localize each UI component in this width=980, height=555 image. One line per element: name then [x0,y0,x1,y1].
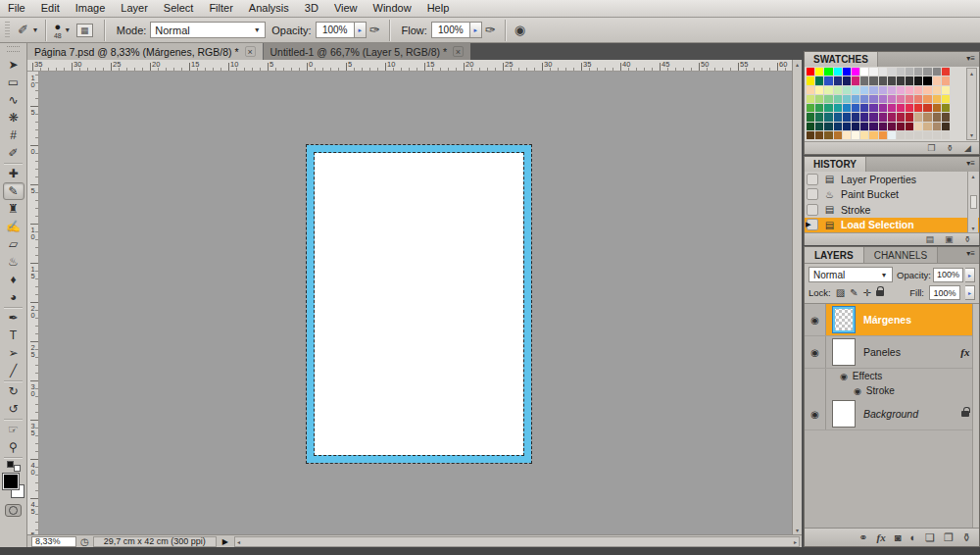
layer-row-background[interactable]: ◉Background [805,398,979,430]
color-swatch[interactable] [869,113,877,121]
color-swatch[interactable] [933,123,941,130]
color-swatch[interactable] [923,86,931,94]
color-swatch[interactable] [897,104,905,112]
color-swatch[interactable] [879,86,887,94]
color-swatch[interactable] [860,68,868,76]
new-snapshot-button[interactable]: ▣ [945,234,954,244]
color-swatch[interactable] [834,86,842,94]
color-swatch[interactable] [888,86,896,94]
color-swatch[interactable] [852,123,859,130]
quick-mask-button[interactable] [5,504,22,517]
history-scrollbar[interactable]: ▴ ▾ [967,172,978,232]
status-menu-icon[interactable]: ▶ [220,537,230,546]
tablet-pressure-opacity-icon[interactable]: ✑ [367,23,383,37]
color-swatch[interactable] [879,95,887,103]
color-swatch[interactable] [815,76,823,84]
color-swatch[interactable] [923,123,931,130]
color-swatch[interactable] [879,123,887,130]
color-swatch[interactable] [860,131,868,139]
panel-menu-icon[interactable]: ▾≡ [966,249,975,258]
color-swatch[interactable] [933,104,941,112]
history-source-checkbox[interactable] [807,188,818,200]
color-swatch[interactable] [815,131,823,139]
horizontal-scrollbar[interactable]: ◂ ▸ [234,536,800,547]
color-swatch[interactable] [897,95,905,103]
menu-edit[interactable]: Edit [33,0,68,17]
color-swatch[interactable] [843,131,851,139]
new-layer-button[interactable]: ❐ [944,531,954,544]
canvas-viewport[interactable] [39,72,792,534]
scroll-down-icon[interactable]: ▾ [970,131,973,138]
tool-3d-orbit[interactable]: ↺ [3,400,24,418]
tool-lasso[interactable]: ∿ [3,91,24,109]
color-swatch[interactable] [906,113,913,121]
visibility-eye-icon[interactable]: ◉ [805,304,826,335]
toggle-brushes-panel-button[interactable]: ▦ [76,24,93,37]
tool-dodge[interactable]: ◕ [3,288,24,306]
color-swatch[interactable] [807,123,814,130]
history-item[interactable]: ▤Stroke [805,202,979,218]
swatches-scrollbar[interactable]: ▴ ▾ [966,68,977,140]
color-swatch[interactable] [933,113,941,121]
color-swatch[interactable] [906,95,913,103]
default-colors-widget[interactable] [6,461,22,472]
adjustment-layer-button[interactable]: ◐ [909,531,916,543]
color-swatch[interactable] [843,95,851,103]
scroll-down-icon[interactable]: ▾ [796,527,799,533]
color-swatch[interactable] [843,113,851,121]
color-swatch[interactable] [807,131,814,139]
color-swatch[interactable] [914,95,922,103]
link-layers-button[interactable]: ⚭ [858,531,867,544]
color-swatch[interactable] [869,68,877,76]
color-swatch[interactable] [942,104,950,112]
color-swatch[interactable] [906,123,913,130]
tool-crop[interactable]: # [3,126,24,144]
history-item[interactable]: ▤Layer Properties [805,172,979,187]
color-swatch[interactable] [869,131,877,139]
color-swatch[interactable] [824,76,832,84]
color-swatch[interactable] [852,131,859,139]
history-item[interactable]: ▶▤Load Selection [805,218,979,233]
color-swatch[interactable] [815,68,823,76]
color-swatch[interactable] [942,68,950,76]
scrollbar-thumb[interactable] [970,195,977,209]
layer-row-márgenes[interactable]: ◉Márgenes [805,304,979,336]
new-swatch-button[interactable]: ❐ [927,143,935,153]
scroll-left-icon[interactable]: ◂ [237,538,240,545]
color-swatch[interactable] [933,95,941,103]
effect-row-stroke[interactable]: ◉Stroke [805,383,979,398]
layer-fx-badge[interactable]: fx [960,346,972,358]
airbrush-icon[interactable]: ◉ [512,23,528,37]
lock-position-icon[interactable]: ✛ [863,287,871,298]
color-swatch[interactable] [807,104,814,112]
color-swatch[interactable] [852,76,859,84]
color-swatch[interactable] [879,76,887,84]
color-swatch[interactable] [942,123,950,130]
color-swatch[interactable] [834,76,842,84]
color-swatch[interactable] [888,113,896,121]
color-swatch[interactable] [933,86,941,94]
color-swatch[interactable] [914,123,922,130]
lock-all-icon[interactable] [876,290,884,296]
color-swatch[interactable] [923,113,931,121]
layer-fill-slider-button[interactable]: ▸ [965,285,975,300]
color-swatch[interactable] [906,86,913,94]
color-swatch[interactable] [923,68,931,76]
color-swatch[interactable] [807,76,814,84]
color-swatch[interactable] [942,95,950,103]
resize-grip-icon[interactable]: ◢ [964,143,971,153]
tool-move[interactable]: ➤ [3,56,24,74]
tool-clone-stamp[interactable]: ♜ [3,200,24,218]
color-swatch[interactable] [879,68,887,76]
blend-mode-select[interactable]: Normal ▾ [150,22,266,38]
layer-opacity-input[interactable]: 100% [933,268,963,282]
tool-hand[interactable]: ☞ [3,421,24,438]
tool-history-brush[interactable]: ✍ [3,218,24,235]
color-swatch[interactable] [843,76,851,84]
color-swatch[interactable] [807,68,814,76]
color-swatch[interactable] [914,113,922,121]
color-swatch[interactable] [942,76,950,84]
color-swatch[interactable] [906,68,913,76]
color-swatch[interactable] [843,123,851,130]
color-swatch[interactable] [906,104,913,112]
